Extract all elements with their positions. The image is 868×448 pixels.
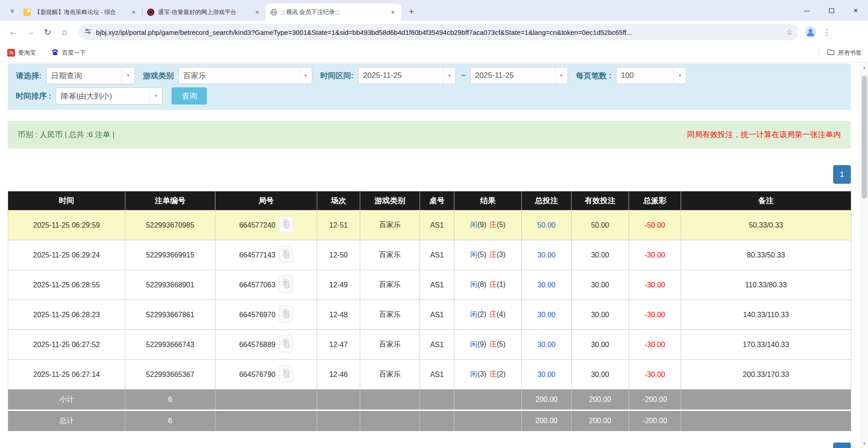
page-size-label: 每页笔数 : <box>576 71 611 81</box>
sort-value: 降幂(由大到小) <box>56 88 149 104</box>
header-remark: 备注 <box>681 191 851 210</box>
cell-game-type: 百家乐 <box>360 330 420 360</box>
reload-icon[interactable]: ↻ <box>39 24 56 41</box>
round-id-value: 664577240 <box>239 221 275 229</box>
video-replay-button[interactable] <box>279 246 293 265</box>
page-size-value: 100 <box>616 67 673 84</box>
result-player: 闲 <box>470 221 477 229</box>
date-from-select[interactable]: 2025-11-25 ▼ <box>358 67 456 84</box>
search-button[interactable]: 查询 <box>172 87 207 105</box>
date-to-value: 2025-11-25 <box>471 67 555 84</box>
cell-total-bet: 30.00 <box>522 360 572 390</box>
result-number: (3) <box>477 370 486 378</box>
tab-title: :::视讯 会员下注纪录::: <box>281 8 385 16</box>
date-to-select[interactable]: 2025-11-25 ▼ <box>470 67 568 84</box>
game-type-select[interactable]: 百家乐 ▼ <box>178 67 312 84</box>
cell-session: 12-46 <box>317 360 360 390</box>
video-replay-button[interactable] <box>279 216 293 235</box>
forward-icon[interactable]: → <box>22 24 39 41</box>
result-number: (5) <box>497 340 506 348</box>
total-empty <box>215 410 317 431</box>
table-body: 2025-11-25 06:29:59522993670985664577240… <box>8 210 851 390</box>
close-icon[interactable]: × <box>253 8 261 16</box>
table-row: 2025-11-25 06:28:23522993667861664576970… <box>8 300 851 330</box>
bookmark-star-icon[interactable]: ☆ <box>786 28 793 37</box>
video-replay-button[interactable] <box>279 305 293 324</box>
close-icon[interactable]: × <box>129 8 138 16</box>
close-icon[interactable]: × <box>389 8 397 16</box>
header-bet-id: 注单编号 <box>125 191 215 210</box>
browser-menu-icon[interactable]: ⋮ <box>820 25 834 39</box>
page-size-select[interactable]: 100 ▼ <box>616 67 687 84</box>
all-bookmarks[interactable]: 所有书签 <box>819 48 862 57</box>
address-bar[interactable]: bjbj.xyz/ipl/portal.php/game/betrecord_s… <box>79 24 798 40</box>
tilde-separator: ~ <box>461 71 465 80</box>
chevron-down-icon: ▼ <box>443 67 455 84</box>
maximize-button[interactable] <box>819 0 844 21</box>
close-window-button[interactable]: ✕ <box>844 0 868 21</box>
result-player: 闲 <box>470 340 477 348</box>
pagination-page-1-top[interactable]: 1 <box>833 165 851 184</box>
chat-yellow-icon <box>24 9 31 16</box>
minimize-button[interactable]: — <box>795 0 819 21</box>
header-table-no: 桌号 <box>420 191 454 210</box>
home-icon[interactable]: ⌂ <box>56 24 73 41</box>
header-total-bet: 总投注 <box>522 191 572 210</box>
scroll-up-icon[interactable]: ▲ <box>861 64 868 71</box>
video-replay-button[interactable] <box>279 335 293 354</box>
result-banker: 庄 <box>490 251 497 258</box>
sort-select[interactable]: 降幂(由大到小) ▼ <box>56 87 162 105</box>
cell-result: 闲(9)庄(5) <box>454 210 522 240</box>
page-scrollbar[interactable]: ▲ ▼ <box>860 63 868 448</box>
video-replay-button[interactable] <box>279 365 293 384</box>
cell-total-bet: 30.00 <box>522 240 572 270</box>
url-text[interactable]: bjbj.xyz/ipl/portal.php/game/betrecord_s… <box>96 29 782 36</box>
subtotal-empty <box>360 390 420 410</box>
cell-time: 2025-11-25 06:28:55 <box>8 270 125 300</box>
result-number: (9) <box>477 221 486 229</box>
cell-round-id: 664576970 <box>215 300 317 330</box>
result-player: 闲 <box>470 281 477 288</box>
subtotal-valid-bet: 200.00 <box>572 390 629 410</box>
bet-records-table: 时间 注单编号 局号 场次 游戏类别 桌号 结果 总投注 有效投注 总派彩 备注… <box>8 191 851 431</box>
total-count: 6 <box>125 410 215 431</box>
cell-round-id: 664577063 <box>215 270 317 300</box>
pagination-page-1-bottom[interactable]: 1 <box>833 443 851 448</box>
cell-remark: 200.33/170.33 <box>681 360 851 390</box>
bookmark-baidu[interactable]: 百度一下 <box>51 48 86 57</box>
cell-session: 12-47 <box>317 330 360 360</box>
tab-bet-records-active[interactable]: :::视讯 会员下注纪录::: × <box>266 4 401 21</box>
tab-forum[interactable]: 【新提醒】海燕策略论坛 - 综合 × <box>19 5 142 20</box>
bookmark-aitaobao[interactable]: 淘 爱淘宝 <box>7 49 36 57</box>
cell-game-type: 百家乐 <box>360 240 420 270</box>
cell-result: 闲(2)庄(4) <box>454 300 522 330</box>
back-icon[interactable]: ← <box>5 24 22 41</box>
total-empty <box>681 410 851 431</box>
summary-bar: 币别 : 人民币 | 总共 :6 注单 | 同局有效投注，统一计算在该局第一张注… <box>8 121 851 148</box>
profile-avatar-icon[interactable] <box>805 26 816 38</box>
scroll-down-icon[interactable]: ▼ <box>861 440 868 447</box>
tab-search-chevron-icon[interactable]: ∨ <box>5 4 19 17</box>
result-number: (5) <box>497 221 506 229</box>
cell-session: 12-50 <box>317 240 360 270</box>
query-type-select[interactable]: 日期查询 ▼ <box>46 67 135 84</box>
cell-valid-bet: 30.00 <box>572 330 629 360</box>
site-settings-icon[interactable] <box>84 28 91 37</box>
browser-tab-bar: ∨ 【新提醒】海燕策略论坛 - 综合 × 通宝-信誉最好的网上游戏平台 × ::… <box>0 0 868 21</box>
cell-remark: 170.33/140.33 <box>681 330 851 360</box>
cell-time: 2025-11-25 06:29:59 <box>8 210 125 240</box>
cell-total-bet: 30.00 <box>522 270 572 300</box>
new-tab-button[interactable]: + <box>405 5 418 18</box>
cell-remark: 110.33/80.33 <box>681 270 851 300</box>
result-number: (5) <box>477 251 486 258</box>
header-result: 结果 <box>454 191 522 210</box>
cell-table-no: AS1 <box>420 330 454 360</box>
round-id-value: 664577143 <box>239 251 275 259</box>
scrollbar-thumb[interactable] <box>862 76 867 199</box>
tab-tongbao[interactable]: 通宝-信誉最好的网上游戏平台 × <box>143 5 266 20</box>
video-replay-button[interactable] <box>279 276 293 295</box>
table-row: 2025-11-25 06:29:24522993669915664577143… <box>8 240 851 270</box>
cell-valid-bet: 30.00 <box>572 300 629 330</box>
tab-title: 通宝-信誉最好的网上游戏平台 <box>158 8 249 16</box>
cell-round-id: 664576790 <box>215 360 317 390</box>
